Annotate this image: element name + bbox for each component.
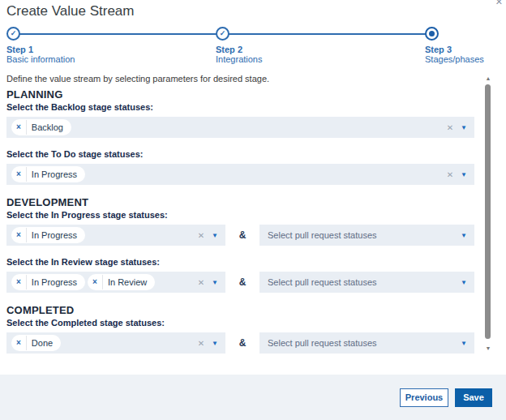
selected-status-chip: ×Done [11,335,61,351]
close-icon[interactable]: ✕ [495,0,503,7]
stage-status-multiselect[interactable]: ×In Progress×In Review✕▼ [6,272,225,293]
check-icon: ✓ [11,30,17,37]
stepper: ✓Step 1Basic information✓Step 2Integrati… [0,26,506,66]
scrollbar: ▲ ▼ [483,75,493,356]
field-label: Select the In Review stage statuses: [6,257,474,268]
select-placeholder: Select pull request statuses [268,230,377,240]
chip-remove-icon[interactable]: × [11,120,27,135]
clear-selection-icon[interactable]: ✕ [198,339,204,348]
field-label: Select the To Do stage statuses: [6,149,474,160]
dropdown-caret-icon[interactable]: ▼ [461,340,467,347]
scroll-down-arrow[interactable]: ▼ [483,345,493,352]
save-button[interactable]: Save [455,388,492,407]
check-icon: ✓ [220,30,226,37]
form-row: ×Done✕▼&Select pull request statuses▼ [6,332,474,354]
active-step-icon [425,27,439,41]
step-label: Step 2 [216,45,242,54]
form-row: ×In Progress✕▼&Select pull request statu… [6,225,474,246]
step-sublabel: Stages/phases [425,54,484,64]
description-text: Define the value stream by selecting par… [6,74,269,84]
step-label: Step 1 [6,45,33,54]
step-label: Step 3 [425,45,452,54]
dropdown-caret-icon[interactable]: ▼ [212,279,218,286]
pull-request-statuses-select[interactable]: Select pull request statuses▼ [259,225,474,246]
chip-label: In Progress [27,277,85,287]
form-row: ×In Progress✕▼ [6,164,474,185]
dropdown-caret-icon[interactable]: ▼ [461,124,467,131]
section-heading: COMPLETED [6,304,474,317]
previous-button[interactable]: Previous [400,388,448,407]
selected-status-chip: ×In Progress [11,274,85,290]
pull-request-statuses-select[interactable]: Select pull request statuses▼ [259,272,474,293]
chip-remove-icon[interactable]: × [88,275,103,289]
chip-label: In Review [103,277,155,287]
section-heading: PLANNING [6,88,474,101]
clear-selection-icon[interactable]: ✕ [447,170,453,179]
and-joiner: & [225,276,259,288]
selected-status-chip: ×In Progress [11,227,85,243]
stage-status-multiselect[interactable]: ×Backlog✕▼ [6,117,474,138]
selected-status-chip: ×Backlog [11,119,71,135]
select-placeholder: Select pull request statuses [268,338,377,348]
step-sublabel: Basic information [6,54,75,64]
chip-remove-icon[interactable]: × [11,167,27,182]
chip-remove-icon[interactable]: × [11,336,27,350]
stage-status-multiselect[interactable]: ×Done✕▼ [6,332,225,354]
clear-selection-icon[interactable]: ✕ [198,278,204,287]
footer-bar: Previous Save [0,375,506,420]
chip-label: In Progress [27,230,85,240]
section-heading: DEVELOPMENT [6,196,474,209]
dialog-title: Create Value Stream [6,3,134,19]
and-joiner: & [225,337,259,349]
scroll-up-arrow[interactable]: ▲ [483,75,493,82]
step-sublabel: Integrations [216,54,262,64]
selected-status-chip: ×In Review [88,274,155,290]
and-joiner: & [225,229,259,241]
chip-remove-icon[interactable]: × [11,228,27,242]
dropdown-caret-icon[interactable]: ▼ [461,279,467,286]
chip-remove-icon[interactable]: × [11,275,27,289]
dropdown-caret-icon[interactable]: ▼ [461,171,467,178]
chip-label: Done [27,338,61,348]
dropdown-caret-icon[interactable]: ▼ [212,340,218,347]
field-label: Select the Backlog stage statuses: [6,102,474,113]
field-label: Select the In Progress stage statuses: [6,210,474,221]
stage-status-multiselect[interactable]: ×In Progress✕▼ [6,164,474,185]
form-area: PLANNINGSelect the Backlog stage statuse… [6,87,474,365]
dropdown-caret-icon[interactable]: ▼ [212,232,218,239]
clear-selection-icon[interactable]: ✕ [198,231,204,240]
completed-check-icon: ✓ [6,27,20,41]
completed-check-icon: ✓ [216,27,229,41]
clear-selection-icon[interactable]: ✕ [447,123,453,132]
chip-label: Backlog [27,122,71,132]
create-value-stream-dialog: ✕ Create Value Stream ✓Step 1Basic infor… [0,0,506,420]
selected-status-chip: ×In Progress [11,166,85,182]
form-row: ×Backlog✕▼ [6,117,474,138]
dropdown-caret-icon[interactable]: ▼ [461,232,467,239]
pull-request-statuses-select[interactable]: Select pull request statuses▼ [259,332,474,354]
field-label: Select the Completed stage statuses: [6,318,474,328]
chip-label: In Progress [27,169,85,179]
stage-status-multiselect[interactable]: ×In Progress✕▼ [6,225,225,246]
form-row: ×In Progress×In Review✕▼&Select pull req… [6,272,474,293]
step-dot [429,31,435,36]
select-placeholder: Select pull request statuses [268,277,377,287]
scrollbar-thumb[interactable] [485,84,491,339]
